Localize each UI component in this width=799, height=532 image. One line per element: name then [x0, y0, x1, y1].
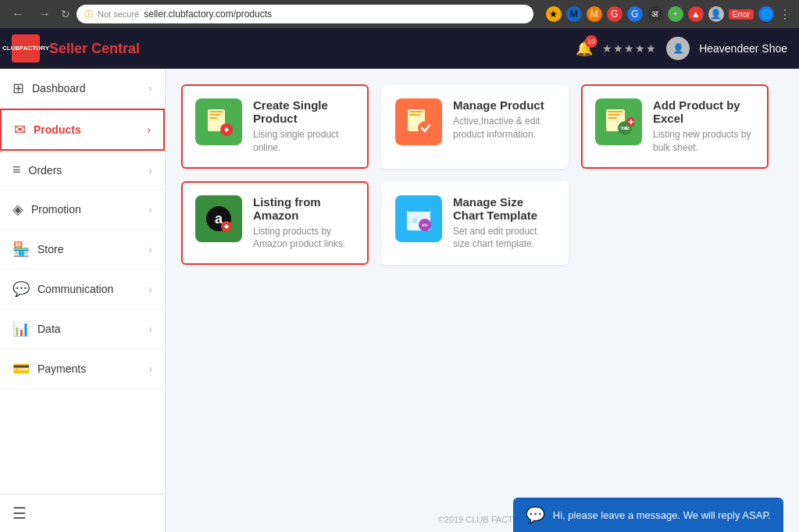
chat-widget[interactable]: 💬 Hi, please leave a message. We will re…: [513, 498, 783, 532]
card-icon-manage-product: [395, 98, 442, 145]
chat-message: Hi, please leave a message. We will repl…: [553, 509, 771, 521]
header-right: 🔔 10 ★★★★★ 👤 Heavendeer Shoe: [576, 37, 787, 60]
sidebar-footer-icon[interactable]: ☰: [12, 505, 27, 522]
sidebar-footer: ☰: [0, 494, 165, 532]
extension-icon-3[interactable]: M: [587, 6, 602, 22]
card-title-create-single: Create Single Product: [253, 98, 355, 125]
lock-icon: ⓘ: [84, 9, 93, 20]
add-excel-svg: XLS: [603, 106, 634, 137]
forward-button[interactable]: →: [34, 5, 55, 23]
error-badge: Error: [729, 9, 754, 20]
card-icon-add-excel: XLS: [595, 98, 642, 145]
card-text-size-chart: Manage Size Chart Template Set and edit …: [453, 195, 555, 252]
orders-arrow: ›: [148, 164, 152, 177]
payments-icon: 💳: [12, 360, 30, 377]
promotion-icon: ◈: [12, 201, 23, 218]
listing-amazon-svg: a: [203, 203, 234, 234]
svg-rect-2: [209, 114, 220, 116]
sidebar-item-store[interactable]: 🏪 Store ›: [0, 230, 165, 270]
dashboard-arrow: ›: [148, 82, 152, 95]
store-arrow: ›: [148, 243, 152, 255]
menu-dots[interactable]: ⋮: [779, 7, 791, 22]
browser-icons: ★ M M G G अ + ▲ 👤 Error 🌐 ⋮: [546, 6, 791, 22]
promotion-arrow: ›: [148, 203, 152, 216]
create-single-svg: [203, 106, 234, 137]
card-title-manage-product: Manage Product: [453, 98, 555, 112]
svg-rect-9: [409, 114, 420, 116]
browser-bar: ← → ↻ ⓘ Not secure seller.clubfactory.co…: [0, 0, 799, 28]
sidebar-label-products: Products: [34, 123, 139, 136]
sidebar-label-data: Data: [37, 323, 141, 335]
svg-rect-20: [630, 120, 632, 124]
card-desc-add-excel: Listing new products by bulk sheet.: [653, 128, 754, 155]
card-size-chart[interactable]: ✏ Manage Size Chart Template Set and edi…: [381, 181, 569, 266]
back-button[interactable]: ←: [8, 5, 28, 23]
sidebar-label-promotion: Promotion: [31, 203, 141, 216]
card-title-listing-amazon: Listing from Amazon: [253, 195, 355, 222]
card-title-add-excel: Add Product by Excel: [653, 98, 754, 125]
card-desc-create-single: Lising single product online.: [253, 128, 355, 155]
card-add-excel[interactable]: XLS Add Product by Excel Listing new pro…: [581, 84, 769, 169]
card-create-single[interactable]: Create Single Product Lising single prod…: [181, 84, 369, 169]
svg-rect-13: [608, 114, 620, 116]
svg-rect-25: [226, 224, 227, 229]
svg-rect-3: [209, 117, 217, 119]
sidebar-item-communication[interactable]: 💬 Communication ›: [0, 270, 165, 309]
sidebar-label-dashboard: Dashboard: [32, 82, 141, 95]
sidebar-label-communication: Communication: [37, 283, 141, 295]
address-bar[interactable]: ⓘ Not secure seller.clubfactory.com/prod…: [77, 5, 533, 23]
card-text-manage-product: Manage Product Active,Inactive & edit pr…: [453, 98, 555, 141]
sidebar-label-store: Store: [37, 243, 141, 255]
extension-icon-2[interactable]: M: [566, 6, 582, 22]
username: Heavendeer Shoe: [699, 42, 787, 55]
rating-stars: ★★★★★: [602, 42, 657, 55]
card-icon-listing-amazon: a: [195, 195, 242, 242]
size-chart-svg: ✏: [403, 203, 434, 234]
sidebar-item-dashboard[interactable]: ⊞ Dashboard ›: [0, 69, 165, 109]
card-listing-amazon[interactable]: a Listing from Amazon Listing products b…: [181, 181, 369, 266]
card-manage-product[interactable]: Manage Product Active,Inactive & edit pr…: [381, 84, 569, 169]
products-arrow: ›: [147, 123, 151, 136]
card-desc-listing-amazon: Listing products by Amazon product links…: [253, 225, 355, 252]
payments-arrow: ›: [148, 362, 152, 375]
svg-rect-12: [608, 111, 623, 112]
svg-point-10: [418, 121, 432, 135]
content-area: Create Single Product Lising single prod…: [166, 69, 799, 532]
logo: CLUB FACTORY: [12, 34, 40, 62]
products-icon: ✉: [14, 121, 26, 138]
sidebar-item-orders[interactable]: ≡ Orders ›: [0, 151, 165, 190]
card-desc-size-chart: Set and edit product size chart template…: [453, 225, 555, 252]
svg-rect-30: [418, 212, 423, 217]
bell-wrapper[interactable]: 🔔 10: [576, 40, 593, 57]
card-icon-size-chart: ✏: [395, 195, 442, 242]
store-icon: 🏪: [12, 241, 30, 258]
app-header: CLUB FACTORY Seller Central 🔔 10 ★★★★★ 👤…: [0, 28, 799, 69]
card-text-listing-amazon: Listing from Amazon Listing products by …: [253, 195, 355, 252]
svg-rect-8: [409, 111, 423, 112]
extension-icon-10[interactable]: 🌐: [758, 6, 774, 22]
svg-rect-32: [412, 218, 417, 223]
svg-rect-31: [407, 218, 412, 223]
sidebar-item-data[interactable]: 📊 Data ›: [0, 309, 165, 349]
extension-icon-9[interactable]: 👤: [708, 6, 724, 22]
extension-icon-7[interactable]: +: [668, 6, 683, 22]
dashboard-icon: ⊞: [12, 80, 24, 97]
app-title: Seller Central: [49, 41, 140, 57]
cards-grid: Create Single Product Lising single prod…: [181, 84, 783, 265]
chat-icon: 💬: [526, 505, 545, 524]
sidebar-item-payments[interactable]: 💳 Payments ›: [0, 349, 165, 389]
sidebar-label-orders: Orders: [29, 164, 141, 177]
card-text-add-excel: Add Product by Excel Listing new product…: [653, 98, 754, 155]
card-text-create-single: Create Single Product Lising single prod…: [253, 98, 355, 155]
extension-icon-8[interactable]: ▲: [688, 6, 704, 22]
data-arrow: ›: [148, 323, 152, 335]
communication-arrow: ›: [148, 283, 152, 295]
sidebar-item-products[interactable]: ✉ Products ›: [0, 109, 165, 151]
svg-rect-29: [412, 212, 417, 217]
svg-rect-27: [407, 207, 430, 212]
extension-icon-4[interactable]: G: [607, 6, 622, 22]
extension-icon-6[interactable]: अ: [647, 6, 663, 22]
sidebar-item-promotion[interactable]: ◈ Promotion ›: [0, 190, 165, 230]
extension-icon-1[interactable]: ★: [546, 6, 562, 22]
extension-icon-5[interactable]: G: [627, 6, 643, 22]
